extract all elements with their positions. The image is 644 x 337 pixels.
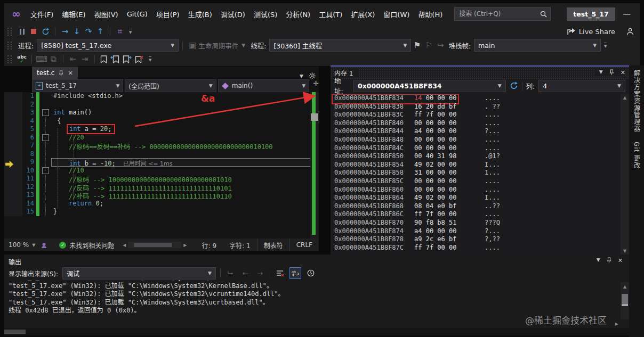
code-line[interactable]: 3-int main() — [4, 109, 319, 117]
scroll-down-icon[interactable]: ▼ — [621, 249, 629, 253]
code-text[interactable]: } — [51, 208, 319, 216]
code-line[interactable]: 12 //反码 --> 1111111111111111111111111111… — [4, 183, 319, 192]
outline-margin[interactable] — [39, 175, 51, 183]
breakpoint-margin[interactable] — [4, 183, 22, 192]
toolbar-grip[interactable] — [7, 28, 12, 36]
code-line[interactable]: 8 — [4, 150, 319, 159]
memory-row[interactable]: 0x000000A451B8F874a4 00 00 00?... — [331, 227, 620, 236]
scrollbar-thumb[interactable] — [134, 243, 172, 247]
stop-button[interactable] — [28, 26, 39, 37]
menu-item[interactable]: 生成(B) — [184, 7, 216, 21]
project-dropdown[interactable]: + test_5_17▼ — [32, 79, 123, 92]
splitter-icon[interactable]: ✛ — [313, 79, 319, 92]
side-tab[interactable]: Git 更改 — [632, 142, 641, 169]
spellcheck-button[interactable]: abc✓ — [16, 53, 28, 65]
breakpoint-margin[interactable] — [4, 200, 22, 208]
output-scrollbar[interactable]: ▲ — [621, 282, 629, 319]
clear-bookmarks-button[interactable] — [135, 55, 144, 63]
scrollbar-thumb[interactable] — [622, 294, 628, 306]
memory-row[interactable]: 0x000000A451B8F85000 40 31 98.@1? — [331, 152, 620, 161]
breakpoint-margin[interactable] — [4, 142, 22, 150]
toolbar-overflow-button[interactable]: ▼ — [604, 43, 607, 48]
memory-row[interactable]: 0x000000A451B8F878a9 2c e6 bf?,?? — [331, 235, 620, 244]
outline-margin[interactable] — [39, 208, 51, 216]
memory-row[interactable]: 0x000000A451B8F83816 20 dd bf. ?? — [331, 103, 620, 111]
refresh-button[interactable] — [510, 81, 518, 90]
code-line[interactable]: 7 //原码==反码==补码 --> 000000000000000000000… — [4, 142, 319, 150]
memory-row[interactable]: 0x000000A451B8F85449 02 00 00I... — [331, 161, 620, 169]
lifecycle-events-button[interactable]: 生命周期事件 — [198, 40, 238, 51]
columns-dropdown[interactable]: 4▼ — [538, 80, 625, 92]
bottom-scrollbar[interactable] — [4, 328, 629, 335]
zoom-dropdown[interactable]: 100 %▼ — [9, 241, 35, 249]
collapse-icon[interactable]: - — [42, 109, 49, 116]
char-status[interactable]: 字符: 1 — [223, 239, 257, 251]
process-dropdown[interactable]: [8580] test_5_17.exe▼ — [37, 39, 179, 52]
tab-list-dropdown-icon[interactable]: ▼ — [300, 73, 303, 79]
code-text[interactable]: int main() — [51, 109, 319, 117]
breakpoint-margin[interactable] — [4, 117, 22, 126]
line-status[interactable]: 行: 9 — [196, 239, 223, 251]
memory-row[interactable]: 0x000000A451B8F86000 00 00 00.... — [331, 186, 620, 194]
memory-row[interactable]: 0x000000A451B8F83Cff 7f 00 00.... — [331, 111, 620, 119]
horizontal-scrollbar[interactable]: ◀ ▶ — [128, 242, 181, 248]
code-line[interactable]: 9 int b = -10;已用时间 <= 1ms — [4, 158, 319, 167]
editor-scrollbar[interactable] — [310, 92, 319, 239]
memory-row[interactable]: 0x000000A451B8F87090 f8 b8 51???Q — [331, 219, 620, 227]
menu-item[interactable]: 测试(S) — [249, 7, 281, 21]
function-dropdown[interactable]: main()▼ — [218, 79, 309, 92]
code-line[interactable]: 11 //原码 --> 1000000000000000000000000000… — [4, 175, 319, 183]
show-next-statement-button[interactable]: → — [59, 26, 71, 37]
outline-margin[interactable] — [39, 158, 51, 167]
breakpoint-margin[interactable] — [4, 191, 22, 200]
timestamp-icon[interactable] — [305, 268, 316, 278]
eol-status[interactable]: CRLF — [289, 239, 319, 251]
menu-item[interactable]: 项目(P) — [152, 7, 184, 21]
toolbar-overflow-button[interactable]: ▼ — [149, 56, 151, 62]
menu-item[interactable]: Git(G) — [123, 8, 152, 20]
breakpoint-margin[interactable] — [4, 101, 22, 109]
outline-margin[interactable] — [39, 101, 51, 109]
code-line[interactable]: 2 — [4, 101, 319, 109]
breakpoint-margin[interactable] — [4, 125, 22, 134]
side-tab[interactable]: 解决方案资源管理器 — [632, 70, 641, 132]
breakpoint-margin[interactable] — [4, 175, 22, 183]
outline-margin[interactable] — [39, 125, 51, 134]
minimize-button[interactable]: — — [615, 4, 639, 23]
memory-row[interactable]: 0x000000A451B8F86808 04 e0 bf..?? — [331, 202, 620, 211]
code-editor[interactable]: 1#include <stdio.h>23-int main()4 {5 int… — [4, 92, 319, 239]
outline-margin[interactable] — [39, 191, 51, 200]
outline-margin[interactable] — [39, 183, 51, 192]
menu-item[interactable]: 工具(T) — [315, 7, 347, 21]
code-text[interactable]: //20 — [51, 134, 319, 142]
breakpoint-margin[interactable] — [4, 92, 22, 101]
search-input[interactable] — [458, 10, 540, 18]
address-input[interactable]: 0x000000A451B8F834▼ — [353, 80, 506, 92]
outline-margin[interactable] — [39, 150, 51, 159]
outline-margin[interactable]: - — [39, 167, 51, 175]
scroll-up-icon[interactable]: ▲ — [621, 95, 629, 100]
menu-item[interactable]: 视图(V) — [90, 7, 123, 21]
restart-button[interactable] — [39, 26, 51, 37]
feedback-icon[interactable] — [626, 28, 634, 36]
flag-icon[interactable]: ⚑ — [411, 39, 423, 51]
menu-item[interactable]: 扩展(X) — [347, 7, 379, 21]
code-text[interactable]: //补码 --> 1111111111111111111111111111011… — [51, 191, 319, 200]
breakpoint-margin[interactable] — [4, 150, 22, 159]
menu-item[interactable]: 编辑(E) — [58, 7, 90, 21]
outline-margin[interactable] — [39, 200, 51, 208]
code-line[interactable]: 6- //20 — [4, 134, 319, 142]
menu-item[interactable]: 文件(F) — [26, 7, 58, 21]
breakpoint-margin[interactable] — [4, 208, 22, 216]
thread-dropdown[interactable]: [30360] 主线程▼ — [269, 39, 411, 52]
collapse-icon[interactable]: - — [42, 167, 49, 174]
toolbar-overflow-button[interactable]: ▼ — [129, 29, 132, 35]
pin-icon[interactable] — [59, 70, 63, 76]
scope-dropdown[interactable]: (全局范围)▼ — [125, 79, 216, 92]
code-line[interactable]: 14 return 0; — [4, 200, 319, 208]
toolbar-grip[interactable] — [7, 55, 12, 63]
next-bookmark-button[interactable] — [123, 55, 132, 63]
menu-item[interactable]: 帮助(H) — [414, 7, 447, 21]
memory-row[interactable]: 0x000000A451B8F85831 00 00 001... — [331, 169, 620, 177]
close-icon[interactable]: ✕ — [621, 69, 625, 76]
